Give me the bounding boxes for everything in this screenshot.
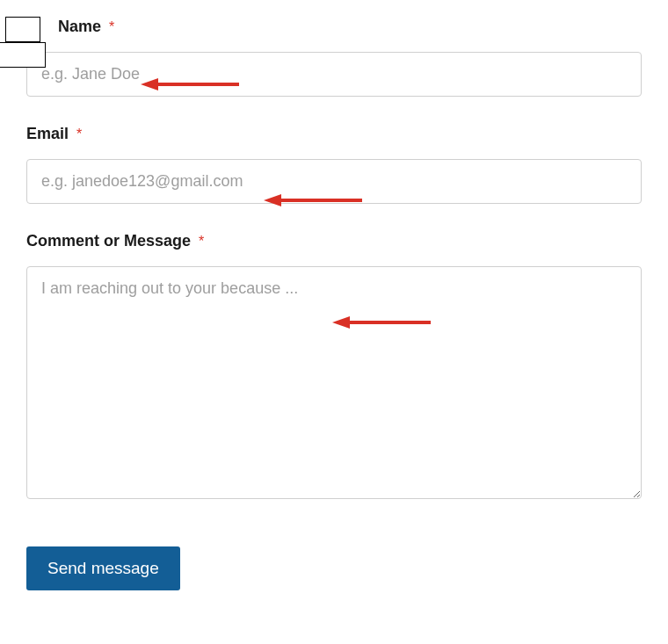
send-message-button[interactable]: Send message: [26, 546, 180, 590]
message-label: Comment or Message *: [26, 232, 204, 250]
required-indicator: *: [199, 234, 204, 249]
name-field-group: Name *: [26, 18, 642, 97]
message-textarea[interactable]: [26, 266, 642, 499]
email-label: Email *: [26, 125, 82, 143]
name-label-text: Name: [58, 18, 101, 35]
message-label-text: Comment or Message: [26, 232, 191, 250]
required-indicator: *: [76, 127, 82, 141]
email-label-text: Email: [26, 125, 69, 142]
overlay-box-top: [5, 17, 40, 42]
overlay-box-bottom: [0, 42, 46, 68]
message-field-group: Comment or Message *: [26, 232, 642, 503]
required-indicator: *: [109, 19, 114, 34]
name-label: Name *: [58, 18, 114, 36]
email-field-group: Email *: [26, 125, 642, 204]
name-input[interactable]: [26, 52, 642, 97]
email-input[interactable]: [26, 159, 642, 204]
